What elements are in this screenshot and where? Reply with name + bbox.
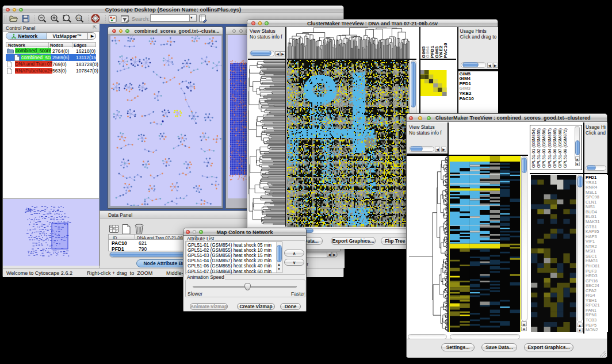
svg-text:1:1: 1:1 — [77, 17, 81, 20]
